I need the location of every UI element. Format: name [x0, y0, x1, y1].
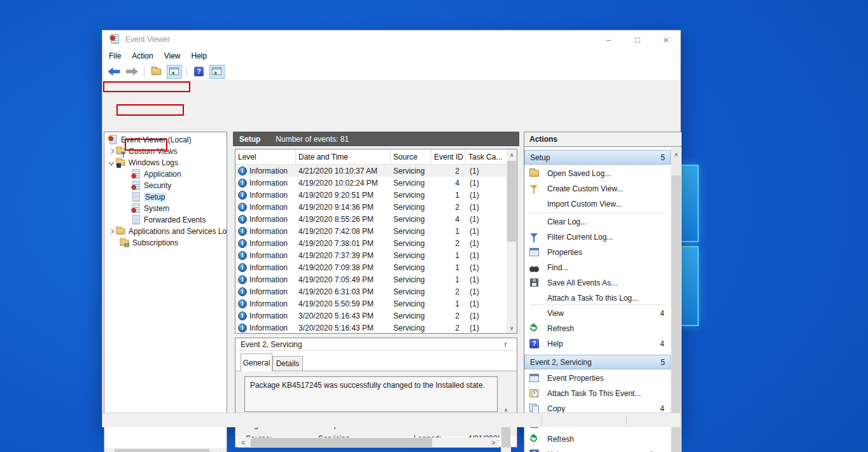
wallpaper-windows-logo-pane-top [680, 165, 699, 242]
task-category-cell: (1) [466, 275, 505, 284]
date-cell: 4/19/2020 9:14:36 PM [296, 203, 391, 212]
tree-item-application[interactable]: Application [104, 168, 227, 180]
event-row[interactable]: Information 4/19/2020 9:14:36 PM Servici… [235, 201, 517, 213]
preview-close-icon[interactable]: r [505, 341, 507, 348]
close-button[interactable]: × [652, 31, 680, 48]
toggle-action-pane-button[interactable] [209, 65, 225, 79]
event-row[interactable]: Information 4/19/2020 7:42:08 PM Servici… [235, 225, 517, 237]
level-cell: Information [235, 227, 296, 236]
tree-item-windows-logs[interactable]: Windows Logs [104, 157, 227, 168]
action-properties[interactable]: Properties [524, 245, 671, 260]
minimize-button[interactable]: – [594, 31, 623, 48]
actions-vertical-scrollbar[interactable]: ∧ ∨ [671, 147, 682, 452]
date-cell: 4/19/2020 7:38:01 PM [296, 239, 391, 248]
toggle-console-tree-button[interactable] [167, 65, 182, 79]
tree-horizontal-scrollbar[interactable]: < > [104, 448, 227, 452]
menu-help[interactable]: Help [192, 50, 213, 62]
event-row[interactable]: Information 4/21/2020 10:10:37 AM Servic… [235, 165, 517, 177]
preview-vertical-scrollbar[interactable]: ∧ ∨ [501, 404, 511, 452]
event-row[interactable]: Information 4/19/2020 7:09:38 PM Servici… [235, 261, 517, 273]
collapse-glyph[interactable]: 5 [661, 358, 665, 367]
event-row[interactable]: Information 4/19/2020 6:31:03 PM Servici… [235, 285, 517, 298]
actions-section-event[interactable]: Event 2, Servicing 5 [524, 355, 671, 369]
list-vertical-scrollbar[interactable]: ∧ ∨ [507, 149, 517, 333]
event-row[interactable]: Information 4/19/2020 8:55:26 PM Servici… [235, 213, 517, 225]
event-row[interactable]: Information 3/20/2020 5:16:43 PM Servici… [235, 322, 517, 334]
preview-horizontal-scrollbar[interactable]: < > [238, 437, 499, 448]
event-row[interactable]: Information 4/19/2020 5:50:59 PM Servici… [235, 298, 517, 310]
action-filter-current-log[interactable]: Filter Current Log... [524, 229, 671, 245]
action-event-properties[interactable]: Event Properties [524, 371, 671, 386]
scroll-up-arrow-icon[interactable]: ∧ [507, 149, 517, 160]
scroll-up-arrow-icon[interactable]: ∧ [671, 149, 682, 160]
event-row[interactable]: Information 4/19/2020 9:20:51 PM Servici… [235, 189, 517, 201]
tree-item-subscriptions[interactable]: Subscriptions [104, 237, 227, 249]
information-icon [238, 324, 247, 332]
back-button[interactable] [106, 65, 122, 79]
menu-file[interactable]: File [109, 50, 126, 62]
information-icon [238, 263, 247, 272]
action-create-custom-view[interactable]: Create Custom View... [524, 181, 671, 196]
forward-button[interactable] [124, 65, 139, 79]
help-toolbar-button[interactable] [192, 65, 207, 79]
scroll-down-arrow-icon[interactable]: ∨ [507, 322, 517, 333]
column-header-level[interactable]: Level [235, 149, 296, 164]
scrollbar-thumb[interactable] [115, 449, 209, 452]
expander-collapsed-icon[interactable] [109, 149, 114, 154]
scroll-right-arrow-icon[interactable]: > [488, 437, 499, 448]
event-id-cell: 2 [431, 203, 466, 212]
scrollbar-thumb[interactable] [671, 175, 681, 452]
action-import-custom-view[interactable]: Import Custom View... [524, 196, 671, 212]
source-cell: Servicing [391, 324, 431, 332]
column-header-source[interactable]: Source [391, 149, 431, 164]
column-header-date[interactable]: Date and Time [296, 149, 391, 164]
open-saved-log-button[interactable] [149, 65, 164, 79]
tree-item-forwarded-events[interactable]: Forwarded Events [104, 214, 227, 226]
action-clear-log[interactable]: Clear Log... [524, 214, 671, 229]
action-help[interactable]: Help 4 [524, 336, 671, 352]
annotation-box-setup [125, 139, 167, 151]
action-find[interactable]: Find... [524, 260, 671, 275]
action-refresh-event[interactable]: Refresh [524, 432, 671, 447]
tab-general[interactable]: General [241, 353, 272, 371]
level-cell: Information [235, 299, 296, 308]
expander-collapsed-icon[interactable] [109, 229, 114, 234]
collapse-glyph[interactable]: 5 [661, 153, 665, 162]
action-attach-task-to-log[interactable]: Attach a Task To this Log... [524, 291, 671, 306]
information-icon [238, 227, 247, 236]
event-row[interactable]: Information 3/20/2020 5:16:43 PM Servici… [235, 310, 517, 322]
tree-item-setup[interactable]: Setup [104, 191, 227, 203]
event-row[interactable]: Information 4/19/2020 10:02:24 PM Servic… [235, 177, 517, 189]
tree-item-system[interactable]: System [104, 203, 227, 214]
expander-expanded-icon[interactable] [109, 160, 114, 165]
information-icon [238, 251, 247, 260]
task-category-cell: (1) [466, 312, 505, 320]
event-message-box[interactable]: Package KB4517245 was successfully chang… [244, 376, 498, 412]
date-cell: 4/19/2020 7:05:49 PM [296, 275, 391, 284]
actions-section-setup[interactable]: Setup 5 [524, 150, 671, 165]
menu-action[interactable]: Action [132, 50, 158, 62]
tree-item-applications-and-services[interactable]: Applications and Services Lo [104, 226, 227, 237]
action-open-saved-log[interactable]: Open Saved Log... [524, 166, 671, 181]
event-row[interactable]: Information 4/19/2020 7:38:01 PM Servici… [235, 237, 517, 249]
scrollbar-thumb[interactable] [507, 161, 516, 242]
action-refresh[interactable]: Refresh [524, 321, 671, 336]
column-header-task-category[interactable]: Task Ca... [466, 149, 505, 164]
action-attach-task-to-event[interactable]: Attach Task To This Event... [524, 386, 671, 401]
column-header-event-id[interactable]: Event ID [431, 149, 466, 164]
scroll-left-arrow-icon[interactable]: < [238, 437, 249, 448]
menu-view[interactable]: View [164, 50, 186, 62]
action-help-event[interactable]: Help 4 [524, 447, 671, 452]
scrollbar-thumb[interactable] [251, 438, 432, 447]
event-row[interactable]: Information 4/19/2020 7:37:39 PM Servici… [235, 249, 517, 261]
event-row[interactable]: Information 4/19/2020 7:05:49 PM Servici… [235, 273, 517, 285]
maximize-button[interactable]: □ [623, 31, 652, 48]
scroll-left-arrow-icon[interactable]: < [104, 448, 115, 452]
tree-item-security[interactable]: Security [104, 180, 227, 191]
subscriptions-icon [120, 238, 129, 247]
action-save-all-events-as[interactable]: Save All Events As... [524, 275, 671, 291]
event-id-cell: 2 [431, 312, 466, 320]
action-view[interactable]: View 4 [524, 306, 671, 321]
tab-details[interactable]: Details [272, 356, 303, 371]
scroll-right-arrow-icon[interactable]: > [216, 448, 227, 452]
